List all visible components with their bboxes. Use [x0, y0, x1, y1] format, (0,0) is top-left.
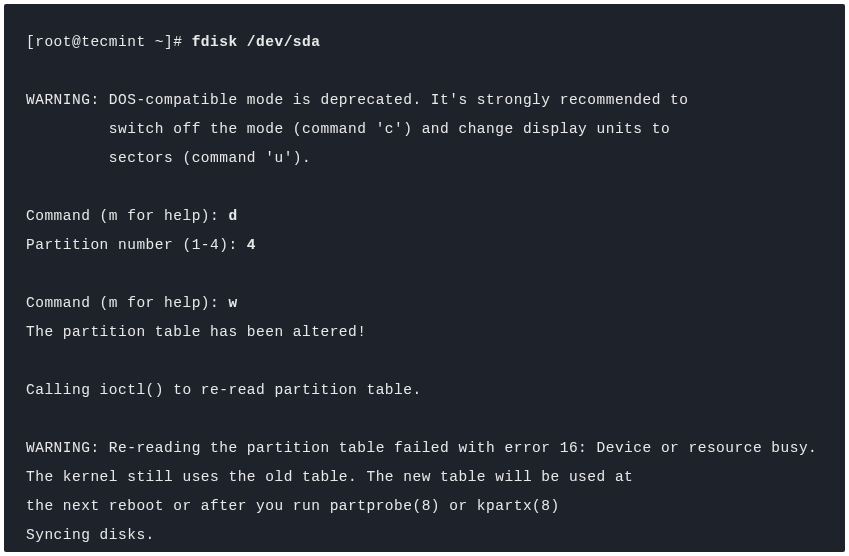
blank-line — [26, 347, 823, 376]
mail-message: You have new mail in /var/spool/mail/roo… — [26, 550, 823, 556]
entered-command: fdisk /dev/sda — [192, 34, 321, 50]
ioctl-message: Calling ioctl() to re-read partition tab… — [26, 376, 823, 405]
partition-prompt: Partition number (1-4): — [26, 237, 247, 253]
fdisk-prompt: Command (m for help): — [26, 295, 228, 311]
shell-prompt: [root@tecmint ~]# — [26, 34, 192, 50]
warning-line-3: sectors (command 'u'). — [26, 144, 823, 173]
partition-input-4: 4 — [247, 237, 256, 253]
warning-line-2: switch off the mode (command 'c') and ch… — [26, 115, 823, 144]
fdisk-command-2: Command (m for help): w — [26, 289, 823, 318]
fdisk-command-1: Command (m for help): d — [26, 202, 823, 231]
terminal-window: [root@tecmint ~]# fdisk /dev/sda WARNING… — [4, 4, 845, 552]
warning2-line-2: The kernel still uses the old table. The… — [26, 463, 823, 492]
blank-line — [26, 405, 823, 434]
command-line: [root@tecmint ~]# fdisk /dev/sda — [26, 28, 823, 57]
partition-number-line: Partition number (1-4): 4 — [26, 231, 823, 260]
warning-line-1: WARNING: DOS-compatible mode is deprecat… — [26, 86, 823, 115]
warning2-line-3: the next reboot or after you run partpro… — [26, 492, 823, 521]
blank-line — [26, 173, 823, 202]
altered-message: The partition table has been altered! — [26, 318, 823, 347]
blank-line — [26, 57, 823, 86]
fdisk-input-w: w — [228, 295, 237, 311]
fdisk-prompt: Command (m for help): — [26, 208, 228, 224]
syncing-message: Syncing disks. — [26, 521, 823, 550]
blank-line — [26, 260, 823, 289]
fdisk-input-d: d — [228, 208, 237, 224]
warning2-line-1: WARNING: Re-reading the partition table … — [26, 434, 823, 463]
